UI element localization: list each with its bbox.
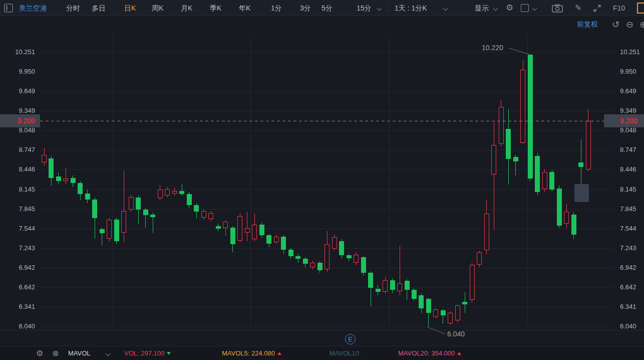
candle-body <box>136 198 141 210</box>
y-axis-label-left: 6.942 <box>0 264 35 272</box>
candle-body <box>506 129 511 159</box>
candle-body <box>354 255 359 263</box>
candle-body <box>78 183 83 194</box>
tab-多日[interactable]: 多日 <box>92 0 106 16</box>
tab-月K[interactable]: 月K <box>181 0 192 16</box>
y-axis-label-left: 8.446 <box>0 165 35 173</box>
stock-name[interactable]: 美兰空港 <box>19 0 47 16</box>
chevron-down-icon[interactable] <box>443 6 448 11</box>
zoom-out-icon[interactable]: ⊖ <box>626 19 633 30</box>
candle-body <box>368 273 373 288</box>
candle-body <box>376 289 381 292</box>
tab-季K[interactable]: 季K <box>210 0 221 16</box>
candle-body <box>129 197 134 210</box>
candle-body <box>303 259 308 264</box>
reset-zoom-icon[interactable]: ↺ <box>612 19 619 30</box>
tab-5分[interactable]: 5分 <box>321 0 333 16</box>
fullscreen-expand-icon[interactable] <box>593 4 601 13</box>
chevron-down-icon[interactable] <box>377 6 382 11</box>
y-axis-label-left: 8.145 <box>0 186 35 194</box>
indicator-settings-gear-icon[interactable]: ⚙ <box>36 346 43 360</box>
high-price-annotation: 10.220 <box>482 44 503 52</box>
display-menu[interactable]: 显示 <box>475 0 489 16</box>
chart-subheader: 前复权 ↺ ⊖ ⊕ <box>0 16 644 33</box>
candle-body <box>266 235 271 244</box>
candle-body <box>317 263 323 271</box>
y-axis-label-left: 6.341 <box>0 303 35 311</box>
candle-body <box>520 70 525 142</box>
panel-layout-icon[interactable] <box>4 4 13 13</box>
candle-wick <box>182 184 182 197</box>
candle-body <box>390 280 395 290</box>
candle-body <box>535 156 540 193</box>
chevron-down-icon[interactable] <box>106 351 111 356</box>
down-triangle-icon <box>167 352 171 355</box>
candle-body <box>462 302 467 304</box>
candle-body <box>143 210 148 215</box>
event-marker-icon[interactable]: E <box>345 334 356 344</box>
chevron-down-icon[interactable] <box>532 6 537 11</box>
candle-body <box>513 157 518 161</box>
candle-body <box>49 158 54 178</box>
chart-style-icon[interactable] <box>521 4 529 12</box>
y-axis-label-right: 7.243 <box>620 244 636 252</box>
candle-body <box>448 313 453 323</box>
candle-body <box>528 55 533 178</box>
v-gridline <box>250 35 251 326</box>
candle-body <box>441 310 446 315</box>
candle-body <box>121 211 126 233</box>
candle-body <box>419 295 424 308</box>
zoom-in-icon[interactable]: ⊕ <box>639 19 644 30</box>
y-axis-label-right: 6.642 <box>620 283 636 291</box>
candle-body <box>564 212 569 223</box>
y-axis-label-left: 10.251 <box>0 48 35 56</box>
tab-分时[interactable]: 分时 <box>66 0 80 16</box>
candle-body <box>172 191 177 194</box>
candle-body <box>433 309 438 316</box>
candle-body <box>100 229 105 233</box>
candle-body <box>383 280 388 292</box>
candle-body <box>208 213 213 219</box>
settings-gear-icon[interactable]: ⚙ <box>506 0 513 16</box>
candlestick-chart[interactable]: 10.25110.2519.9509.9509.6499.6499.3499.3… <box>0 33 644 330</box>
tab-15分[interactable]: 15分 <box>357 0 372 16</box>
h-gridline <box>40 326 613 327</box>
candle-body <box>412 290 417 299</box>
candle-body <box>455 305 460 320</box>
candle-body <box>71 178 76 183</box>
indicator-name[interactable]: MAVOL <box>68 346 91 360</box>
tab-日K[interactable]: 日K <box>124 0 136 16</box>
camera-icon[interactable] <box>552 4 563 13</box>
tab-3分[interactable]: 3分 <box>300 0 311 16</box>
pencil-draw-icon[interactable]: ✎ <box>575 0 581 16</box>
legend-item-mavol5: MAVOL5: 224.080 <box>222 346 281 360</box>
candle-body <box>281 237 286 250</box>
candle-body <box>571 215 576 235</box>
candle-body <box>56 176 61 181</box>
candle-body <box>274 237 279 243</box>
v-gridline <box>113 35 113 326</box>
candle-body <box>361 257 366 273</box>
active-chart-frame-indicator[interactable] <box>637 3 644 14</box>
tab-周K[interactable]: 周K <box>152 0 163 16</box>
y-axis-label-right: 9.950 <box>620 68 636 76</box>
f10-button[interactable]: F10 <box>613 0 625 16</box>
candle-body <box>230 228 235 245</box>
chevron-down-icon[interactable] <box>493 6 498 11</box>
candle-body <box>223 222 228 228</box>
y-axis-label-left: 7.845 <box>0 205 35 213</box>
period-selector[interactable]: 1天 : 1分K <box>395 0 427 16</box>
candle-body <box>187 194 192 205</box>
candle-body <box>237 216 242 240</box>
candle-wick <box>247 212 247 241</box>
candle-body <box>332 237 337 249</box>
tab-年K[interactable]: 年K <box>239 0 250 16</box>
candle-body <box>295 256 300 259</box>
indicator-close-icon[interactable]: ⊗ <box>52 346 59 360</box>
tab-1分[interactable]: 1分 <box>271 0 282 16</box>
adjust-mode-link[interactable]: 前复权 <box>577 20 598 29</box>
y-axis-label-right: 8.747 <box>620 146 636 154</box>
candle-body <box>245 228 250 233</box>
candle-body <box>165 189 170 196</box>
current-price-badge-right: 9.200 <box>604 114 644 127</box>
